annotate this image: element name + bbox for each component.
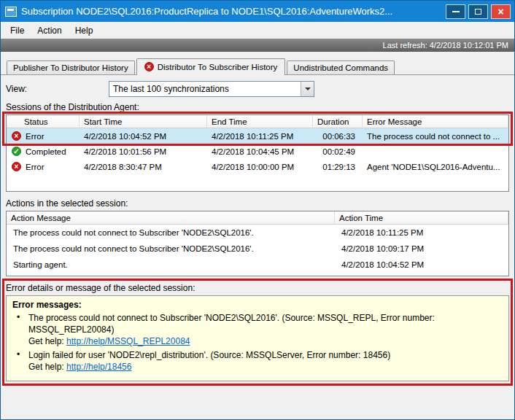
session-start-time: 4/2/2018 8:30:47 PM xyxy=(80,163,207,171)
chevron-down-icon xyxy=(305,88,311,90)
action-time: 4/2/2018 10:04:52 PM xyxy=(335,260,508,269)
session-duration: 00:06:33 xyxy=(313,132,363,141)
menu-action[interactable]: Action xyxy=(31,23,68,38)
view-dropdown-value: The last 100 synchronizations xyxy=(109,84,301,94)
last-refresh-bar: Last refresh: 4/2/2018 10:12:01 PM xyxy=(1,39,514,52)
session-status: Error xyxy=(26,163,44,171)
column-header-error-message[interactable]: Error Message xyxy=(363,115,508,128)
error-message-text: The process could not connect to Subscri… xyxy=(28,312,503,335)
tab-strip: Publisher To Distributor History × Distr… xyxy=(1,58,514,74)
action-message: Starting agent. xyxy=(7,260,335,269)
error-message-item: • Login failed for user 'NODE2\repl_dist… xyxy=(12,349,503,373)
action-message: The process could not connect to Subscri… xyxy=(7,228,335,237)
session-end-time: 4/2/2018 10:00:00 PM xyxy=(207,163,313,171)
column-header-action-time[interactable]: Action Time xyxy=(335,211,508,225)
success-icon: ✓ xyxy=(12,147,21,156)
session-status: Error xyxy=(26,132,44,141)
maximize-button[interactable] xyxy=(468,4,488,19)
error-details-box: Error messages: • The process could not … xyxy=(6,295,509,381)
error-message-item: • The process could not connect to Subsc… xyxy=(12,312,503,347)
minimize-icon xyxy=(452,11,460,12)
session-status: Completed xyxy=(26,147,66,156)
menu-bar: File Action Help xyxy=(1,22,514,39)
menu-file[interactable]: File xyxy=(4,23,31,38)
app-icon[interactable] xyxy=(5,7,17,17)
tab-label: Publisher To Distributor History xyxy=(13,63,128,72)
bullet-icon: • xyxy=(17,312,28,347)
column-header-start-time[interactable]: Start Time xyxy=(80,115,207,128)
view-label: View: xyxy=(6,84,109,94)
actions-section-label: Actions in the selected session: xyxy=(6,198,509,209)
minimize-button[interactable] xyxy=(446,4,465,19)
window-title: Subscription NODE2\SQL2016:ProductReplic… xyxy=(21,6,443,17)
action-time: 4/2/2018 10:09:17 PM xyxy=(335,244,508,253)
column-header-action-message[interactable]: Action Message xyxy=(7,211,335,225)
get-help-label: Get help: xyxy=(28,362,64,372)
action-row[interactable]: The process could not connect to Subscri… xyxy=(7,225,508,241)
session-row[interactable]: ✓ Completed 4/2/2018 10:01:56 PM 4/2/201… xyxy=(7,144,508,159)
column-header-status[interactable]: Status xyxy=(7,115,80,128)
sessions-section-label: Sessions of the Distribution Agent: xyxy=(6,102,509,112)
close-button[interactable]: × xyxy=(491,4,511,19)
tab-distributor-to-subscriber[interactable]: × Distributor To Subscriber History xyxy=(136,58,286,75)
error-messages-heading: Error messages: xyxy=(12,300,503,310)
session-duration: 00:02:49 xyxy=(313,147,363,156)
help-link[interactable]: http://help/18456 xyxy=(66,362,131,372)
session-start-time: 4/2/2018 10:01:56 PM xyxy=(80,147,207,156)
view-row: View: The last 100 synchronizations xyxy=(6,81,509,97)
session-end-time: 4/2/2018 10:11:25 PM xyxy=(207,132,313,141)
bullet-icon: • xyxy=(17,349,28,373)
error-message-list: • The process could not connect to Subsc… xyxy=(12,312,503,373)
error-message-text: Login failed for user 'NODE2\repl_distri… xyxy=(28,349,503,361)
maximize-icon xyxy=(475,9,481,15)
dropdown-arrow-button[interactable] xyxy=(301,82,314,96)
tab-page-content: View: The last 100 synchronizations Sess… xyxy=(1,74,514,419)
session-end-time: 4/2/2018 10:04:45 PM xyxy=(207,147,313,156)
error-icon: × xyxy=(12,162,21,171)
tab-label: Distributor To Subscriber History xyxy=(158,63,278,71)
session-start-time: 4/2/2018 10:04:52 PM xyxy=(80,132,207,141)
action-row[interactable]: The process could not connect to Subscri… xyxy=(7,241,508,257)
session-duration: 01:29:13 xyxy=(313,163,363,171)
last-refresh-text: Last refresh: 4/2/2018 10:12:01 PM xyxy=(383,41,508,50)
session-row-selected[interactable]: × Error 4/2/2018 10:04:52 PM 4/2/2018 10… xyxy=(7,128,508,144)
column-header-end-time[interactable]: End Time xyxy=(207,115,313,128)
actions-table: Action Message Action Time The process c… xyxy=(6,211,509,276)
subscription-window: Subscription NODE2\SQL2016:ProductReplic… xyxy=(0,0,515,420)
action-time: 4/2/2018 10:11:25 PM xyxy=(335,228,508,237)
tab-publisher-to-distributor[interactable]: Publisher To Distributor History xyxy=(7,61,135,74)
error-details-section-label: Error details or message of the selected… xyxy=(6,283,509,293)
menu-help[interactable]: Help xyxy=(69,23,100,38)
sessions-table-header: Status Start Time End Time Duration Erro… xyxy=(7,115,508,128)
tab-undistributed-commands[interactable]: Undistributed Commands xyxy=(287,61,395,74)
get-help-label: Get help: xyxy=(28,336,64,346)
tab-label: Undistributed Commands xyxy=(293,63,388,72)
session-row[interactable]: × Error 4/2/2018 8:30:47 PM 4/2/2018 10:… xyxy=(7,159,508,174)
session-error-message: Agent 'NODE1\SQL2016-Adventu... xyxy=(363,163,508,171)
actions-table-header: Action Message Action Time xyxy=(7,211,508,225)
action-row[interactable]: Starting agent. 4/2/2018 10:04:52 PM xyxy=(7,257,508,273)
error-icon: × xyxy=(12,131,21,141)
sessions-table: Status Start Time End Time Duration Erro… xyxy=(6,114,509,192)
error-icon: × xyxy=(144,62,154,71)
help-link[interactable]: http://help/MSSQL_REPL20084 xyxy=(66,336,190,346)
title-bar: Subscription NODE2\SQL2016:ProductReplic… xyxy=(1,1,514,22)
column-header-duration[interactable]: Duration xyxy=(313,115,363,128)
session-error-message: The process could not connect to ... xyxy=(363,132,508,141)
action-message: The process could not connect to Subscri… xyxy=(7,244,335,253)
view-dropdown[interactable]: The last 100 synchronizations xyxy=(109,81,314,97)
